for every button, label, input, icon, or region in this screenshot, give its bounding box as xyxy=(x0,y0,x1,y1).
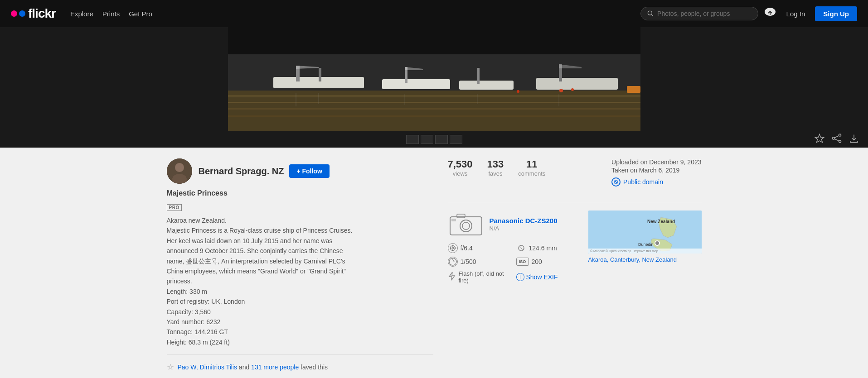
svg-point-0 xyxy=(648,11,652,15)
show-exif-link[interactable]: i Show EXIF xyxy=(516,273,558,281)
author-name[interactable]: Bernard Spragg. NZ xyxy=(199,166,284,177)
aperture-value: f/6.4 xyxy=(461,244,473,252)
desc-line3: Her keel was laid down on 10 July 2015 a… xyxy=(167,236,362,287)
stat-views: 7,530 views xyxy=(448,158,473,194)
faved-star-icon: ☆ xyxy=(167,362,174,372)
thumbnail-4[interactable] xyxy=(450,135,462,144)
nav-explore[interactable]: Explore xyxy=(70,10,93,18)
map-thumbnail[interactable]: New Zealand Dunedin © Mapbox © OpenStree… xyxy=(588,211,702,254)
uploaded-date: Uploaded on December 9, 2023 xyxy=(611,158,701,166)
signup-button[interactable]: Sign Up xyxy=(815,6,857,21)
public-domain-link[interactable]: Public domain xyxy=(611,177,701,187)
header-right: Log In Sign Up xyxy=(640,6,857,21)
svg-point-45 xyxy=(462,222,470,230)
exif-aperture: f/6.4 xyxy=(448,243,509,253)
svg-rect-7 xyxy=(228,95,640,97)
svg-text:New Zealand: New Zealand xyxy=(647,219,675,224)
svg-rect-9 xyxy=(228,108,640,110)
svg-rect-4 xyxy=(228,27,640,54)
right-column: 7,530 views 133 faves 11 comments Upload… xyxy=(448,158,702,372)
svg-line-42 xyxy=(615,181,617,183)
iso-icon: ISO xyxy=(516,258,529,266)
exif-shutter: 1/500 xyxy=(448,257,509,267)
faves-label: faves xyxy=(487,170,504,177)
svg-rect-18 xyxy=(459,81,514,90)
flickr-wordmark: flickr xyxy=(28,6,56,21)
photo-container xyxy=(0,27,868,131)
main-nav: Explore Prints Get Pro xyxy=(70,10,152,18)
svg-point-24 xyxy=(571,88,574,91)
download-icon[interactable] xyxy=(849,134,859,146)
views-label: views xyxy=(448,170,473,177)
faves-number: 133 xyxy=(487,158,504,170)
divider xyxy=(167,354,433,355)
nav-prints[interactable]: Prints xyxy=(102,10,120,18)
svg-rect-10 xyxy=(228,115,640,117)
svg-point-35 xyxy=(833,137,835,139)
left-column: Bernard Spragg. NZ + Follow Majestic Pri… xyxy=(167,158,433,372)
faved-by-link2[interactable]: 131 more people xyxy=(251,364,299,371)
share-icon[interactable] xyxy=(832,134,842,146)
favorite-icon[interactable] xyxy=(815,134,824,146)
show-exif: i Show EXIF xyxy=(516,270,577,284)
search-input[interactable] xyxy=(657,10,752,17)
svg-point-44 xyxy=(460,220,472,232)
svg-text:© Mapbox © OpenStreetMap · Imp: © Mapbox © OpenStreetMap · Improve this … xyxy=(590,249,658,253)
camera-name-link[interactable]: Panasonic DC-ZS200 xyxy=(490,217,558,225)
svg-text:Dunedin: Dunedin xyxy=(638,242,654,247)
header: flickr Explore Prints Get Pro Log In Sig… xyxy=(0,0,868,27)
upload-icon xyxy=(764,7,776,17)
search-bar[interactable] xyxy=(640,7,758,20)
camera-icon xyxy=(448,211,484,238)
camera-info: Panasonic DC-ZS200 N/A xyxy=(490,217,558,232)
exif-iso: ISO 200 xyxy=(516,257,577,267)
map-svg: New Zealand Dunedin © Mapbox © OpenStree… xyxy=(588,211,702,254)
photo-title: Majestic Princess xyxy=(167,189,433,197)
shutter-value: 1/500 xyxy=(461,258,476,265)
photo-scene xyxy=(228,27,640,131)
svg-rect-59 xyxy=(588,211,702,254)
svg-line-57 xyxy=(453,260,454,262)
search-icon xyxy=(647,10,654,17)
stats-row: 7,530 views 133 faves 11 comments Upload… xyxy=(448,158,702,194)
pro-badge: PRO xyxy=(167,204,182,211)
avatar-image xyxy=(167,158,192,184)
exif-map-row: Panasonic DC-ZS200 N/A xyxy=(448,211,702,284)
thumbnail-3[interactable] xyxy=(435,135,448,144)
taken-date: Taken on March 6, 2019 xyxy=(611,167,701,174)
desc-line7: Yard number: 6232 xyxy=(167,317,362,327)
faved-text: Pao W, Dimitrios Tilis and 131 more peop… xyxy=(178,364,328,371)
camera-row: Panasonic DC-ZS200 N/A xyxy=(448,211,577,238)
flash-icon xyxy=(448,272,456,282)
thumbnail-2[interactable] xyxy=(421,135,433,144)
faved-by-link1[interactable]: Pao W, Dimitrios Tilis xyxy=(178,364,237,371)
thumbnail-1[interactable] xyxy=(406,135,419,144)
nav-get-pro[interactable]: Get Pro xyxy=(129,10,152,18)
avatar[interactable] xyxy=(167,158,192,184)
svg-point-63 xyxy=(655,241,659,245)
camera-na: N/A xyxy=(490,225,558,232)
views-number: 7,530 xyxy=(448,158,473,170)
info-icon: i xyxy=(516,273,524,281)
author-name-row: Bernard Spragg. NZ + Follow xyxy=(199,164,433,178)
svg-line-37 xyxy=(834,139,839,141)
desc-line8: Tonnage: 144,216 GT xyxy=(167,327,362,337)
desc-line2: Majestic Princess is a Royal-class cruis… xyxy=(167,225,362,235)
flickr-logo[interactable]: flickr xyxy=(11,6,56,21)
focal-length-value: 124.6 mm xyxy=(529,244,557,252)
svg-rect-15 xyxy=(382,79,450,89)
location-link[interactable]: Akaroa, Canterbury, New Zealand xyxy=(588,256,702,263)
meta-info: Uploaded on December 9, 2023 Taken on Ma… xyxy=(611,158,701,187)
desc-line6: Capacity: 3,560 xyxy=(167,307,362,317)
svg-marker-58 xyxy=(449,272,455,280)
show-exif-label: Show EXIF xyxy=(526,273,558,281)
login-button[interactable]: Log In xyxy=(782,7,810,20)
svg-rect-13 xyxy=(319,68,321,81)
iso-value: 200 xyxy=(532,258,542,265)
upload-button[interactable] xyxy=(764,7,776,20)
follow-button[interactable]: + Follow xyxy=(289,164,329,178)
thumbnail-strip xyxy=(0,131,868,148)
svg-rect-47 xyxy=(451,219,456,221)
svg-rect-8 xyxy=(228,102,640,103)
svg-line-1 xyxy=(651,14,653,16)
